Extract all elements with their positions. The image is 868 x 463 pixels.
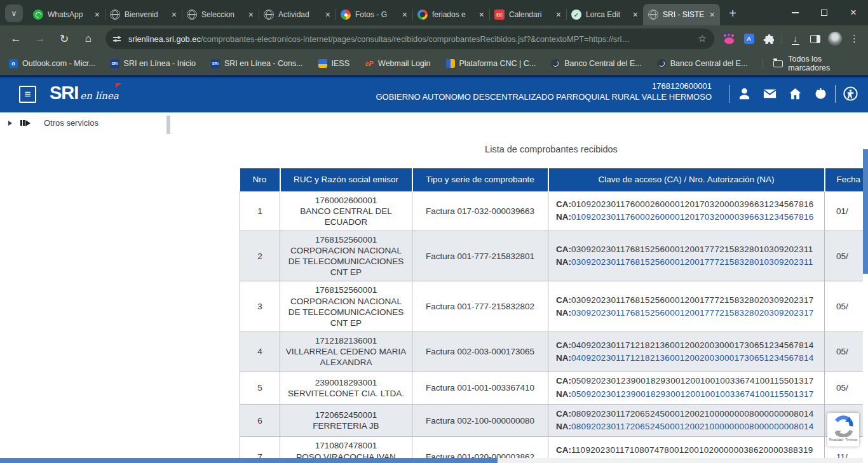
autorizacion-link[interactable]: 0409202301171218213600120020030001730651…: [571, 353, 814, 363]
bookmark-banco-central-del-e[interactable]: Banco Central del E...: [551, 59, 642, 68]
close-window-button[interactable]: ×: [839, 0, 868, 25]
forward-button[interactable]: →: [28, 28, 52, 50]
bookmarks-separator: [763, 58, 763, 69]
mail-button[interactable]: [757, 86, 782, 101]
reload-button[interactable]: ↻: [52, 28, 76, 50]
bookmark-label: SRI en Línea - Inicio: [124, 59, 196, 68]
bookmark-star-icon[interactable]: ☆: [698, 33, 707, 44]
extensions-button[interactable]: [759, 29, 778, 49]
tab-close-icon[interactable]: ×: [95, 10, 100, 19]
bookmark-plataforma-cnc-c[interactable]: Plataforma CNC | C...: [446, 59, 536, 68]
sidebar-scrollbar-thumb[interactable]: [166, 116, 170, 134]
autorizacion-link[interactable]: 0309202301176815256000120017772158328010…: [571, 257, 813, 267]
autorizacion-link[interactable]: 0509202301239001829300120010010033674100…: [571, 389, 814, 399]
tab-actividad[interactable]: Actividad×: [259, 4, 336, 25]
cell-clave-acceso: CA:0109202301176000260000120170320000396…: [548, 191, 825, 231]
home-button[interactable]: ⌂: [76, 28, 100, 50]
bookmark-label: Outlook.com - Micr...: [22, 59, 95, 68]
cell-clave-acceso: CA:0309202301176815256000120017772158328…: [548, 231, 825, 281]
recaptcha-label: Privacidad - Términos: [829, 438, 858, 441]
tab-feriados-e[interactable]: feriados e×: [412, 4, 489, 25]
bookmark-webmail-login[interactable]: cPWebmail Login: [365, 59, 430, 68]
new-tab-button[interactable]: +: [724, 4, 742, 22]
bookmark-iess[interactable]: IESS: [318, 59, 350, 68]
browser-toolbar: ← → ↻ ⌂ srienlinea.sri.gob.ec/comprobant…: [0, 25, 868, 52]
bookmark-banco-central-del-e[interactable]: Banco Central del E...: [657, 59, 748, 68]
autorizacion-link[interactable]: 0809202301172065245000120021000000008000…: [571, 422, 814, 431]
all-bookmarks[interactable]: Todos los marcadores: [763, 55, 859, 72]
tab-fotos-g[interactable]: Fotos - G×: [336, 4, 412, 25]
tab-close-icon[interactable]: ×: [172, 10, 177, 19]
pink-extension-button[interactable]: [719, 29, 739, 49]
scrollbar-corner: [863, 458, 868, 463]
table-row: 11760002600001BANCO CENTRAL DEL ECUADORF…: [240, 191, 864, 231]
translate-button[interactable]: A: [739, 29, 759, 49]
recaptcha-badge[interactable]: Privacidad - Términos: [827, 413, 859, 446]
window-controls: ×: [780, 0, 868, 25]
tab-bienvenid[interactable]: Bienvenid×: [105, 4, 182, 25]
tab-close-icon[interactable]: ×: [479, 10, 484, 19]
autorizacion-link[interactable]: 0109202301176000260000120170320000396631…: [571, 212, 814, 222]
tab-sri-siste[interactable]: SRI - SISTE×: [643, 4, 720, 25]
side-panel-button[interactable]: [805, 29, 825, 49]
bookmark-sri-en-l-nea-inicio[interactable]: SRiSRI en Línea - Inicio: [111, 59, 196, 68]
autorizacion-link[interactable]: 0309202301176815256000120017772158328020…: [571, 308, 814, 318]
tab-close-icon[interactable]: ×: [402, 10, 407, 19]
tab-close-icon[interactable]: ×: [248, 10, 254, 19]
tab-close-icon[interactable]: ×: [710, 10, 715, 19]
tab-list: WhatsApp×Bienvenid×Seleccion×Actividad×F…: [28, 4, 720, 25]
bookmark-label: IESS: [332, 59, 350, 68]
sri-logo[interactable]: SRI en línea: [50, 83, 119, 104]
translate-icon: A: [744, 34, 754, 44]
tab-close-icon[interactable]: ×: [556, 10, 561, 19]
minimize-button[interactable]: [780, 0, 810, 25]
sidebar-item-otros-servicios[interactable]: Otros servicios: [8, 118, 98, 128]
tab-strip: ∨ WhatsApp×Bienvenid×Seleccion×Actividad…: [0, 0, 868, 25]
vertical-scrollbar[interactable]: [863, 112, 868, 458]
tab-whatsapp[interactable]: WhatsApp×: [28, 4, 105, 25]
col-header-clave: Clave de acceso (CA) / Nro. Autorización…: [548, 168, 825, 191]
url-domain: srienlinea.sri.gob.ec: [128, 34, 201, 44]
col-header-fecha: Fecha y: [825, 168, 864, 191]
address-bar[interactable]: srienlinea.sri.gob.ec/comprobantes-elect…: [105, 29, 714, 49]
cnc-favicon: [446, 59, 455, 68]
sri-header-actions: [727, 77, 863, 110]
accessibility-button[interactable]: [837, 86, 863, 101]
home-button-sri[interactable]: [782, 86, 808, 101]
table-row: 52390018293001SERVITELCONET CIA. LTDA.Fa…: [240, 372, 864, 405]
tab-lorca-edit[interactable]: ✓Lorca Edit×: [566, 4, 643, 25]
downloads-button[interactable]: ↓: [785, 29, 805, 49]
back-button[interactable]: ←: [4, 28, 28, 50]
user-icon: [737, 86, 752, 101]
minimize-icon: [792, 12, 799, 13]
cell-ruc-emisor: 1760002600001BANCO CENTRAL DEL ECUADOR: [280, 191, 412, 231]
cell-nro: 4: [240, 332, 280, 372]
cell-tipo-serie: Factura 002-003-000173065: [412, 332, 548, 372]
tab-calendari[interactable]: ECCalendari×: [489, 4, 566, 25]
logout-button[interactable]: [808, 86, 833, 101]
maximize-button[interactable]: [810, 0, 839, 25]
bookmark-outlook-com-micr[interactable]: oOutlook.com - Micr...: [9, 59, 95, 68]
comprobantes-table-wrapper: Nro RUC y Razón social emisor Tipo y ser…: [240, 168, 863, 463]
tab-search-button[interactable]: ∨: [5, 4, 23, 22]
profile-button[interactable]: [825, 29, 844, 49]
bookmark-label: Webmail Login: [378, 59, 430, 68]
browser-menu-button[interactable]: ⋮: [844, 29, 864, 49]
tab-close-icon[interactable]: ×: [325, 10, 330, 19]
horizontal-scrollbar[interactable]: [0, 458, 863, 463]
bookmark-sri-en-l-nea-cons[interactable]: SRiSRI en Línea - Cons...: [211, 59, 303, 68]
tab-label: SRI - SISTE: [663, 10, 707, 19]
cell-tipo-serie: Factura 017-032-000039663: [412, 191, 548, 231]
cell-nro: 6: [240, 404, 280, 437]
tab-seleccion[interactable]: Seleccion×: [182, 4, 259, 25]
globe-favicon: [264, 10, 274, 20]
vertical-scrollbar-thumb[interactable]: [863, 149, 868, 274]
taxpayer-identity: 1768120600001 GOBIERNO AUTONOMO DESCENTR…: [376, 81, 712, 102]
menu-hamburger-button[interactable]: ≡: [19, 86, 36, 103]
site-info-icon[interactable]: [113, 34, 122, 43]
horizontal-scrollbar-thumb[interactable]: [0, 458, 498, 463]
user-button[interactable]: [731, 86, 757, 101]
bookmark-list: oOutlook.com - Micr...SRiSRI en Línea - …: [9, 59, 763, 68]
tab-close-icon[interactable]: ×: [633, 10, 638, 19]
paw-icon: [724, 37, 734, 44]
